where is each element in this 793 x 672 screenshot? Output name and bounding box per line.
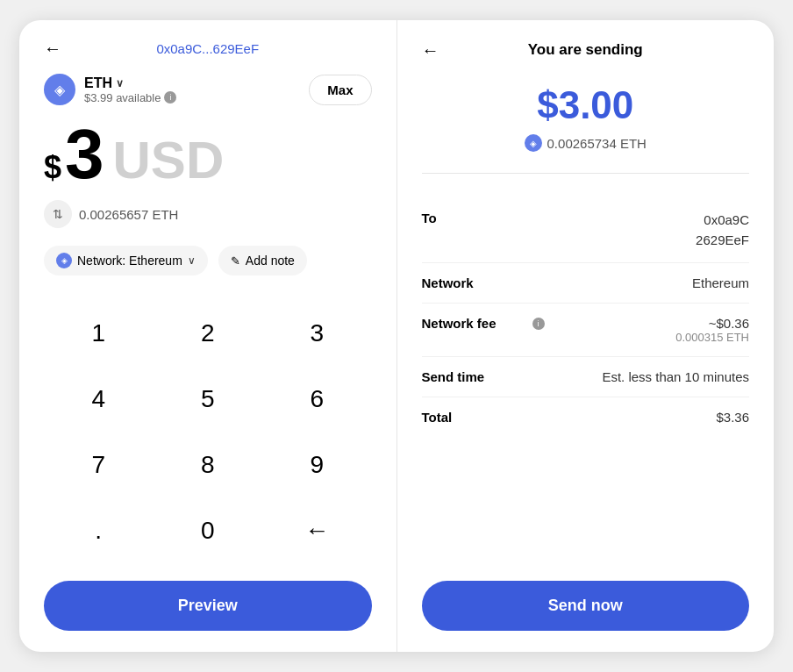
send-amount-section: $3.00 ◈ 0.00265734 ETH — [422, 83, 750, 174]
send-eth-amount: 0.00265734 ETH — [547, 136, 647, 151]
left-panel: ← 0x0a9C...629EeF ◈ ETH ∨ $3.99 availabl… — [19, 20, 397, 652]
right-panel: ← You are sending $3.00 ◈ 0.00265734 ETH… — [397, 20, 775, 652]
network-detail-value: Ethereum — [692, 275, 749, 290]
fee-row: Network fee i ~$0.36 0.000315 ETH — [422, 304, 750, 357]
eth-logo-icon: ◈ — [44, 74, 75, 105]
total-row: Total $3.36 — [422, 397, 750, 437]
options-row: ◈ Network: Ethereum ∨ ✎ Add note — [44, 246, 372, 275]
to-label: To — [422, 211, 527, 225]
add-note-label: Add note — [246, 254, 295, 268]
convert-icon[interactable]: ⇅ — [44, 200, 72, 228]
numpad-key-7[interactable]: 7 — [44, 432, 154, 497]
right-header: ← You are sending — [422, 41, 750, 59]
numpad-key-0[interactable]: 0 — [154, 497, 263, 563]
to-row: To 0x0a9C 2629EeF — [422, 198, 750, 263]
fee-usd-value: ~$0.36 — [675, 316, 749, 331]
amount-display: $ 3 USD — [44, 119, 372, 189]
numpad-key-dot[interactable]: . — [44, 497, 154, 563]
token-balance: $3.99 available i — [84, 91, 176, 104]
token-chevron-icon: ∨ — [116, 77, 124, 89]
fee-eth-value: 0.000315 ETH — [675, 331, 749, 344]
dollar-sign: $ — [44, 149, 61, 186]
numpad-key-1[interactable]: 1 — [44, 300, 154, 366]
left-back-button[interactable]: ← — [44, 39, 61, 59]
max-button[interactable]: Max — [309, 75, 371, 105]
left-header: ← 0x0a9C...629EeF — [44, 41, 372, 56]
numpad-key-9[interactable]: 9 — [262, 432, 372, 497]
numpad-key-4[interactable]: 4 — [44, 366, 154, 432]
fee-label: Network fee — [422, 316, 527, 331]
fee-label-group: Network fee i — [422, 316, 545, 331]
preview-button[interactable]: Preview — [44, 581, 372, 631]
send-time-label: Send time — [422, 369, 527, 384]
right-back-button[interactable]: ← — [422, 40, 439, 61]
network-chevron-icon: ∨ — [188, 254, 196, 267]
network-detail-label: Network — [422, 275, 527, 290]
numpad-key-8[interactable]: 8 — [154, 432, 263, 497]
numpad: 1 2 3 4 5 6 7 8 9 . 0 ← — [44, 300, 372, 563]
right-title: You are sending — [528, 41, 643, 59]
send-time-row: Send time Est. less than 10 minutes — [422, 357, 750, 397]
network-row: Network Ethereum — [422, 263, 750, 304]
total-label: Total — [422, 410, 527, 425]
numpad-key-backspace[interactable]: ← — [262, 497, 372, 563]
details-section: To 0x0a9C 2629EeF Network Ethereum Netwo… — [422, 198, 750, 563]
network-icon: ◈ — [56, 253, 72, 268]
eth-conversion-amount: 0.00265657 ETH — [79, 207, 178, 222]
send-usd-amount: $3.00 — [422, 83, 750, 127]
token-name[interactable]: ETH ∨ — [84, 75, 176, 91]
network-button[interactable]: ◈ Network: Ethereum ∨ — [44, 246, 208, 275]
token-info: ◈ ETH ∨ $3.99 available i — [44, 74, 176, 105]
send-time-value: Est. less than 10 minutes — [602, 369, 749, 384]
fee-info-icon: i — [532, 318, 545, 330]
network-label: Network: Ethereum — [77, 254, 182, 268]
to-address: 0x0a9C 2629EeF — [696, 211, 749, 250]
fee-value-group: ~$0.36 0.000315 ETH — [675, 316, 749, 344]
balance-info-icon: i — [164, 91, 176, 104]
numpad-key-6[interactable]: 6 — [262, 366, 372, 432]
send-eth-icon: ◈ — [525, 134, 542, 152]
send-now-button[interactable]: Send now — [422, 581, 750, 631]
numpad-key-5[interactable]: 5 — [154, 366, 263, 432]
numpad-key-3[interactable]: 3 — [262, 300, 372, 366]
send-eth-row: ◈ 0.00265734 ETH — [422, 134, 750, 152]
eth-conversion-row: ⇅ 0.00265657 ETH — [44, 200, 372, 228]
total-value: $3.36 — [716, 410, 749, 425]
wallet-address[interactable]: 0x0a9C...629EeF — [156, 41, 259, 56]
amount-number: 3 — [65, 119, 104, 189]
numpad-key-2[interactable]: 2 — [154, 300, 263, 366]
pencil-icon: ✎ — [231, 254, 240, 268]
token-row: ◈ ETH ∨ $3.99 available i Max — [44, 74, 372, 105]
token-details: ETH ∨ $3.99 available i — [84, 75, 176, 104]
currency-label: USD — [113, 134, 225, 187]
add-note-button[interactable]: ✎ Add note — [218, 246, 307, 275]
